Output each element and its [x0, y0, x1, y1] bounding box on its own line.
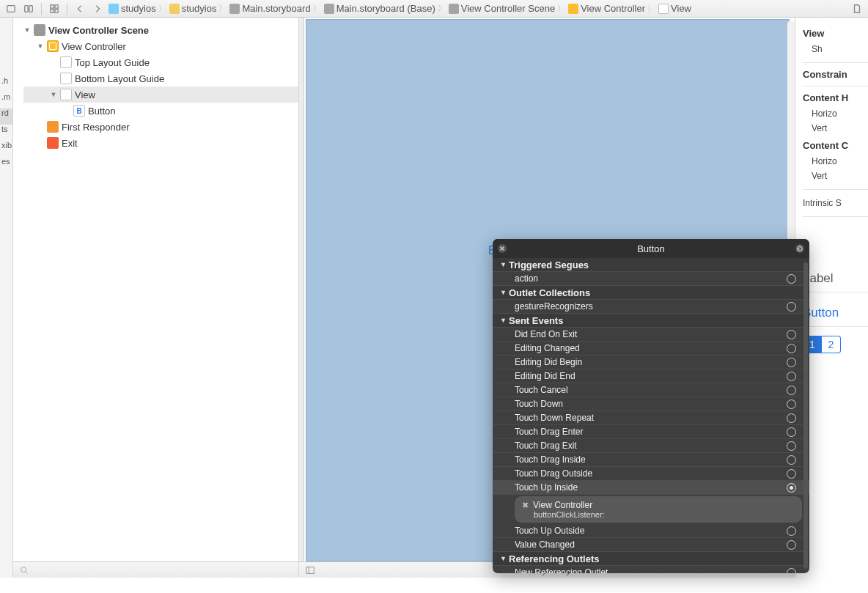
svg-rect-3	[51, 4, 54, 7]
filter-icon	[19, 565, 29, 575]
nav-item[interactable]: .m	[0, 92, 12, 108]
connection-outlet-circle[interactable]	[787, 469, 796, 479]
connection-outlet-circle[interactable]	[787, 274, 796, 284]
crumb-label[interactable]: Main.storyboard (Base)	[336, 3, 435, 14]
outline-button[interactable]: BButton	[23, 103, 298, 119]
library-button[interactable]: Button	[803, 306, 868, 320]
popover-row[interactable]: Touch Down Repeat	[493, 411, 809, 425]
svg-rect-4	[55, 4, 58, 7]
forward-icon[interactable]	[91, 3, 104, 15]
outline-top-layout[interactable]: Top Layout Guide	[23, 54, 298, 70]
connection-outlet-circle[interactable]	[787, 344, 796, 353]
outline-scene[interactable]: ▼View Controller Scene	[23, 22, 298, 38]
project-navigator-sliver: .h .m rd ts xib es	[0, 18, 13, 578]
nav-item[interactable]: xib	[0, 141, 12, 157]
popover-row[interactable]: Editing Did End	[493, 369, 809, 383]
crumb-label[interactable]: studyios	[182, 3, 217, 14]
grid-icon[interactable]	[48, 3, 61, 15]
connections-popover: Button ▼Triggered Seguesaction▼Outlet Co…	[493, 239, 809, 573]
popover-row[interactable]: Touch Cancel	[493, 383, 809, 397]
assistant-icon[interactable]	[22, 3, 35, 15]
popover-row[interactable]: gestureRecognizers	[493, 300, 809, 314]
inspector-content-h: Content H	[803, 92, 868, 103]
connection-outlet-circle[interactable]	[787, 455, 796, 465]
popover-row[interactable]: Touch Drag Exit	[493, 439, 809, 453]
connection-outlet-circle[interactable]	[787, 568, 796, 574]
file-icon[interactable]	[850, 3, 864, 15]
inspector-vertical2: Vert	[803, 169, 868, 183]
svg-rect-5	[51, 9, 54, 12]
nav-item[interactable]: ts	[0, 125, 12, 141]
popover-row[interactable]: action	[493, 272, 809, 286]
breadcrumb[interactable]: studyios〉 studyios〉 Main.storyboard〉 Mai…	[108, 3, 846, 14]
popover-header: Button	[493, 239, 809, 258]
svg-rect-2	[29, 5, 32, 12]
connection-outlet-circle[interactable]	[787, 526, 796, 536]
connection-outlet-circle[interactable]	[787, 330, 796, 339]
inspector-constraints: Constrain	[803, 69, 868, 80]
crumb-label[interactable]: studyios	[121, 3, 156, 14]
inspector-view-title: View	[803, 28, 868, 39]
crumb-label[interactable]: View Controller Scene	[461, 3, 555, 14]
connection-pill[interactable]: ✖View ControllerbuttonClickListener:	[515, 496, 802, 523]
library-label[interactable]: Label	[803, 271, 868, 286]
svg-point-7	[21, 567, 26, 572]
popover-row[interactable]: Touch Drag Outside	[493, 467, 809, 481]
crumb-label[interactable]: View Controller	[581, 3, 645, 14]
connection-outlet-circle[interactable]	[787, 483, 796, 493]
panel-toggle-icon[interactable]	[4, 3, 18, 15]
popover-row[interactable]: Touch Drag Inside	[493, 453, 809, 467]
toggle-outline-icon[interactable]	[305, 565, 315, 575]
popover-section-header[interactable]: ▼Outlet Collections	[493, 286, 809, 300]
svg-rect-0	[7, 5, 15, 12]
connection-outlet-circle[interactable]	[787, 413, 796, 423]
popover-row[interactable]: Editing Did Begin	[493, 356, 809, 369]
svg-rect-1	[25, 5, 28, 12]
inspector-content-c: Content C	[803, 140, 868, 151]
nav-item[interactable]: .h	[0, 76, 12, 92]
svg-rect-6	[55, 9, 58, 12]
connection-outlet-circle[interactable]	[787, 427, 796, 437]
popover-row[interactable]: Value Changed	[493, 538, 809, 552]
back-icon[interactable]	[73, 3, 87, 15]
nav-item[interactable]: rd	[0, 108, 12, 125]
crumb-label[interactable]: Main.storyboard	[242, 3, 310, 14]
outline-exit[interactable]: Exit	[23, 135, 298, 151]
connection-outlet-circle[interactable]	[787, 358, 796, 367]
connection-outlet-circle[interactable]	[787, 386, 796, 395]
jump-bar: studyios〉 studyios〉 Main.storyboard〉 Mai…	[0, 0, 868, 18]
outline-view[interactable]: ▼View	[23, 86, 298, 103]
outline-viewcontroller[interactable]: ▼View Controller	[23, 38, 298, 54]
inspector-horizontal: Horizo	[803, 106, 868, 121]
connection-outlet-circle[interactable]	[787, 399, 796, 409]
popover-section-header[interactable]: ▼Referencing Outlets	[493, 552, 809, 566]
popover-row[interactable]: Touch Up Inside	[493, 481, 809, 495]
outline-filter-bar[interactable]	[13, 561, 298, 578]
popover-row[interactable]: Did End On Exit	[493, 328, 809, 342]
remove-connection-icon[interactable]: ✖	[522, 501, 529, 510]
connection-outlet-circle[interactable]	[787, 372, 796, 381]
connection-outlet-circle[interactable]	[787, 302, 796, 312]
popover-section-header[interactable]: ▼Triggered Segues	[493, 258, 809, 272]
inspector-horizontal2: Horizo	[803, 154, 868, 169]
popover-row[interactable]: Touch Drag Enter	[493, 425, 809, 439]
popover-row[interactable]: Touch Down	[493, 397, 809, 411]
crumb-label[interactable]: View	[671, 3, 691, 14]
popover-row[interactable]: Touch Up Outside	[493, 524, 809, 538]
connection-outlet-circle[interactable]	[787, 540, 796, 550]
popover-row[interactable]: New Referencing Outlet	[493, 566, 809, 573]
connection-outlet-circle[interactable]	[787, 441, 796, 451]
inspector-vertical: Vert	[803, 121, 868, 136]
nav-item[interactable]: es	[0, 157, 12, 173]
popover-row[interactable]: Editing Changed	[493, 342, 809, 356]
svg-rect-8	[306, 567, 315, 573]
document-outline: ▼View Controller Scene ▼View Controller …	[13, 18, 299, 578]
library-toggle[interactable]: 1 2	[803, 336, 868, 353]
close-icon[interactable]	[497, 243, 507, 254]
svg-point-19	[795, 244, 804, 253]
outline-first-responder[interactable]: First Responder	[23, 119, 298, 135]
reload-icon[interactable]	[795, 243, 805, 254]
toggle-2[interactable]: 2	[822, 336, 841, 353]
popover-section-header[interactable]: ▼Sent Events	[493, 314, 809, 328]
outline-bottom-layout[interactable]: Bottom Layout Guide	[23, 70, 298, 86]
